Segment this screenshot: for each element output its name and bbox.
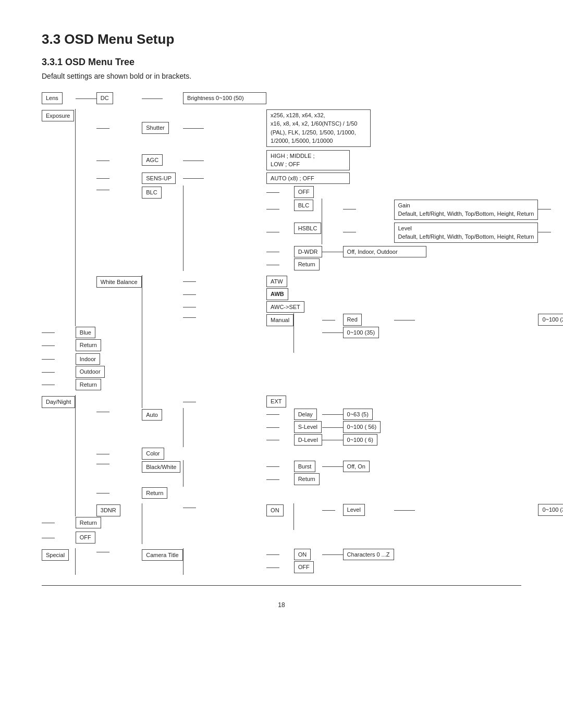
hsblc-vline xyxy=(322,221,343,244)
dwdr-box: D-WDR xyxy=(294,246,322,258)
wb-manual-box-cell: Manual xyxy=(266,313,294,353)
page-container: 3.3 OSD Menu Setup 3.3.1 OSD Menu Tree D… xyxy=(0,0,563,640)
shutter-h xyxy=(183,109,266,147)
dn-auto-vline xyxy=(183,408,266,448)
wb-awb-label: AWB xyxy=(271,291,284,297)
blc-vline xyxy=(183,186,266,271)
dwdr-h2 xyxy=(322,245,343,258)
gain-h2 xyxy=(538,199,563,219)
wb-awb-h xyxy=(183,288,266,301)
wb-red-h xyxy=(322,313,343,326)
dn-return-box: Return xyxy=(142,487,167,499)
dn-slevel-values-cell: 0~100 ( 56) xyxy=(343,421,394,434)
sensup-h2 xyxy=(183,172,266,185)
dn-ext-h xyxy=(183,395,266,408)
dn-delay-box-cell: Delay xyxy=(294,408,322,421)
description: Default settings are shown bold or in br… xyxy=(42,72,521,80)
agc-v2: LOW ; OFF xyxy=(271,161,300,167)
special-camera-row: Special Camera Title ON Characters 0 ...… xyxy=(42,548,563,561)
wb-outdoor-cell: Outdoor xyxy=(76,365,322,378)
wb-indoor-h xyxy=(42,353,76,366)
dn-box-cell: Day/Night xyxy=(42,395,76,516)
lens-dc-box: DC xyxy=(96,92,113,104)
wb-indoor-cell: Indoor xyxy=(76,353,322,366)
spacer-row-5 xyxy=(42,544,563,548)
lens-brightness-cell: Brightness 0~100 (50) xyxy=(183,92,266,105)
dn-auto-delay-row: Auto Delay 0~63 (5) xyxy=(42,408,563,421)
wb-manual-ret-box: Return xyxy=(76,339,101,351)
dn-return-cell: Return xyxy=(142,487,394,500)
dn-auto-h xyxy=(96,408,142,448)
lens-row: Lens DC Brightness 0~100 (50) xyxy=(42,92,563,105)
dnr-on-row: 3DNR ON Level 0~100 (30) xyxy=(42,503,563,516)
shutter-v1: x256, x128, x64, x32, xyxy=(271,112,325,118)
wb-blue-values-box: 0~100 (35) xyxy=(343,327,380,339)
gain-box-cell: Gain Default, Left/Right, Width, Top/Bot… xyxy=(394,199,538,220)
dn-burst-box: Burst xyxy=(294,461,316,473)
wb-indoor-row: Indoor xyxy=(42,353,563,366)
dn-ext-box: EXT xyxy=(266,396,286,408)
wb-red-values-cell: 0~100 (25) xyxy=(538,313,563,326)
special-camera-h xyxy=(96,548,142,575)
wb-return-box: Return xyxy=(76,379,101,391)
spacer-row-3 xyxy=(42,391,563,395)
exp-return-cell: Return xyxy=(294,258,322,271)
agc-values-box: HIGH ; MIDDLE ; LOW ; OFF xyxy=(266,150,350,170)
exposure-shutter-row: Exposure Shutter x256, x128, x64, x32, x… xyxy=(42,109,563,147)
level-h xyxy=(343,221,394,242)
wb-outdoor-box: Outdoor xyxy=(76,366,105,378)
wb-manual-vline xyxy=(294,313,322,353)
wb-manual-ret-h xyxy=(42,339,76,352)
dn-bw-burst-row: Black/White Burst Off, On xyxy=(42,460,563,473)
wb-atw-box: ATW xyxy=(266,276,287,288)
wb-outdoor-row: Outdoor xyxy=(42,365,563,378)
wb-box: White Balance xyxy=(96,276,142,288)
wb-manual-h xyxy=(183,313,266,353)
blc-box-cell: BLC xyxy=(142,186,183,271)
wb-awcset-cell: AWC->SET xyxy=(266,301,563,314)
dn-bw-box-cell: Black/White xyxy=(142,460,183,487)
shutter-box-cell: Shutter xyxy=(142,109,183,147)
dn-burst-values-box: Off, On xyxy=(343,461,370,473)
agc-v1: HIGH ; MIDDLE ; xyxy=(271,153,314,159)
dnr-level-values-cell: 0~100 (30) xyxy=(538,503,563,516)
wb-outdoor-h xyxy=(42,365,76,378)
gain-h xyxy=(343,199,394,219)
wb-awb-box: AWB xyxy=(266,288,288,300)
shutter-box: Shutter xyxy=(142,122,168,134)
hsblc-h xyxy=(266,221,294,242)
exposure-box-cell: Exposure xyxy=(42,109,76,326)
dn-delay-h2 xyxy=(322,408,343,421)
special-on-values-box: Characters 0 ...Z xyxy=(343,549,394,561)
level-box: Level Default, Left/Right, Width, Top/Bo… xyxy=(394,223,538,243)
spacer-row-4 xyxy=(42,499,563,503)
tree-table: Lens DC Brightness 0~100 (50) Exposure S… xyxy=(42,92,563,575)
dn-slevel-h2 xyxy=(322,421,343,434)
wb-awb-cell: AWB xyxy=(266,288,563,301)
dnr-off-row: OFF xyxy=(42,531,563,544)
dn-bw-ret-cell: Return xyxy=(294,473,394,486)
dn-dlevel-values-box: 0~100 ( 6) xyxy=(343,434,377,446)
sensup-row: SENS-UP AUTO (x8) ; OFF xyxy=(42,172,563,185)
special-vline xyxy=(76,548,96,575)
dn-bw-ret-h xyxy=(266,473,294,486)
gain-label: Gain xyxy=(398,202,410,208)
wb-atw-cell: ATW xyxy=(266,275,563,288)
special-camera-box: Camera Title xyxy=(142,549,182,561)
sensup-h xyxy=(96,172,142,185)
dwdr-values-cell: Off, Indoor, Outdoor xyxy=(343,245,563,258)
dn-return-row: Return xyxy=(42,487,563,500)
section-title: 3.3.1 OSD Menu Tree xyxy=(42,57,521,68)
wb-return-h xyxy=(42,378,76,391)
dn-color-h xyxy=(96,447,142,460)
special-off-cell: OFF xyxy=(294,561,394,574)
dn-dlevel-box: D-Level xyxy=(294,434,322,446)
wb-awcset-h xyxy=(183,301,266,314)
wb-blue-box-cell: Blue xyxy=(76,326,96,339)
agc-row: AGC HIGH ; MIDDLE ; LOW ; OFF xyxy=(42,150,563,171)
special-off-box: OFF xyxy=(294,561,314,573)
wb-indoor-box: Indoor xyxy=(76,353,100,365)
exposure-vline xyxy=(76,109,96,326)
dwdr-h xyxy=(266,245,294,258)
special-on-h xyxy=(266,548,294,561)
